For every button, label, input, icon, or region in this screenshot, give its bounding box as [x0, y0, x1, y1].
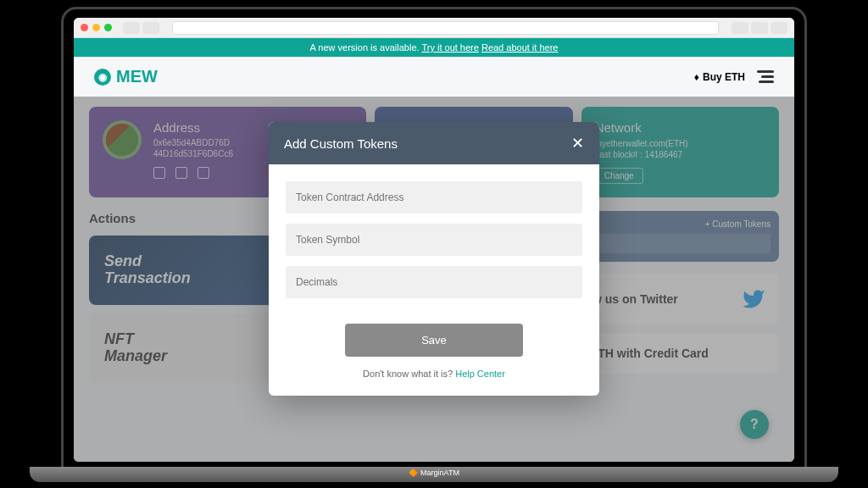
browser-btn[interactable]	[732, 22, 748, 34]
eth-icon: ♦	[694, 71, 699, 83]
close-window-icon[interactable]	[81, 24, 88, 31]
token-address-input[interactable]	[286, 181, 582, 214]
maximize-window-icon[interactable]	[104, 24, 112, 31]
banner-try-link[interactable]: Try it out here	[421, 42, 478, 53]
browser-chrome	[74, 18, 794, 38]
help-center-link[interactable]: Help Center	[455, 369, 505, 379]
screen: A new version is available. Try it out h…	[74, 18, 794, 462]
close-icon[interactable]: ✕	[571, 134, 584, 152]
url-bar[interactable]	[172, 21, 719, 35]
browser-btn[interactable]	[771, 22, 787, 34]
logo-text: MEW	[116, 67, 158, 86]
logo[interactable]: ◉ MEW	[94, 67, 158, 86]
save-button[interactable]: Save	[345, 324, 523, 357]
main-content: Address 0x6e35d4ABDD76D 44D16d531F6D6Cc6…	[74, 97, 794, 462]
minimize-window-icon[interactable]	[92, 24, 100, 31]
helper-text: Don't know what it is? Help Center	[286, 369, 582, 379]
browser-btn[interactable]	[751, 22, 768, 34]
token-symbol-input[interactable]	[286, 224, 582, 256]
logo-icon: ◉	[94, 69, 111, 86]
traffic-lights	[81, 24, 112, 31]
menu-button[interactable]	[757, 70, 774, 83]
buy-eth-button[interactable]: ♦ Buy ETH	[694, 71, 745, 83]
modal-title: Add Custom Tokens	[284, 136, 398, 151]
banner-read-link[interactable]: Read about it here	[481, 42, 559, 53]
update-banner: A new version is available. Try it out h…	[74, 38, 794, 57]
app-header: ◉ MEW ♦ Buy ETH	[74, 57, 794, 97]
laptop-frame: A new version is available. Try it out h…	[61, 7, 807, 481]
nav-fwd-button[interactable]	[142, 22, 159, 34]
watermark: 🔶 MarginATM	[409, 469, 459, 477]
modal-overlay[interactable]: Add Custom Tokens ✕ Save Don't know what…	[74, 97, 794, 462]
banner-text: A new version is available.	[310, 42, 420, 53]
token-decimals-input[interactable]	[286, 266, 582, 298]
add-token-modal: Add Custom Tokens ✕ Save Don't know what…	[269, 122, 599, 396]
nav-back-button[interactable]	[123, 22, 140, 34]
